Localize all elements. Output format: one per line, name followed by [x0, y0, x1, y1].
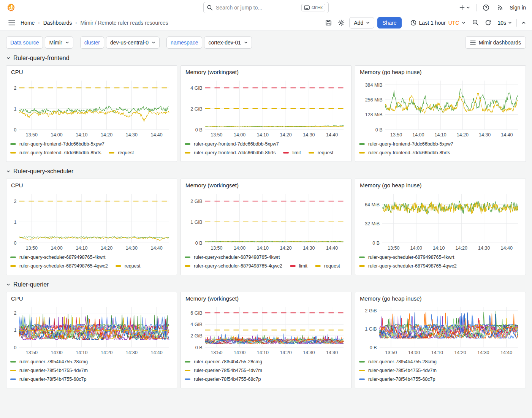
- chart-legend: ruler-query-frontend-7ddc66bdbb-5xpw7rul…: [185, 139, 347, 157]
- panel-title[interactable]: CPU: [10, 182, 173, 190]
- legend-series-swatch: [359, 361, 365, 363]
- legend-item[interactable]: ruler-query-scheduler-6879498765-4kwrt: [10, 255, 106, 260]
- svg-text:13:50: 13:50: [211, 350, 222, 355]
- legend-item[interactable]: ruler-querier-78f54b4755-28cmg: [185, 359, 262, 364]
- panel-title[interactable]: Memory (go heap inuse): [359, 68, 522, 77]
- panel-title[interactable]: Memory (go heap inuse): [359, 295, 522, 303]
- legend-item[interactable]: ruler-query-frontend-7ddc66bdbb-5xpw7: [185, 141, 279, 147]
- legend-item[interactable]: ruler-querier-78f54b4755-4dv7m: [185, 368, 262, 373]
- list-icon: [470, 40, 476, 45]
- breadcrumb-dashboards[interactable]: Dashboards: [43, 20, 72, 26]
- svg-text:14:40: 14:40: [150, 350, 162, 355]
- legend-item[interactable]: ruler-query-frontend-7ddc66bdbb-5xpw7: [10, 141, 104, 147]
- section-header-ruler-query-scheduler[interactable]: Ruler-query-scheduler: [0, 162, 532, 179]
- legend-series-swatch: [283, 152, 289, 154]
- variable-namespace-value[interactable]: cortex-dev-01: [204, 36, 252, 49]
- legend-item[interactable]: ruler-query-frontend-7ddc66bdbb-8hrts: [185, 150, 276, 155]
- new-menu-button[interactable]: [458, 3, 472, 12]
- svg-text:14:20: 14:20: [280, 245, 291, 251]
- refresh-button[interactable]: [483, 18, 493, 27]
- legend-row: ruler-query-scheduler-6879498765-4kwrt: [185, 253, 347, 261]
- svg-text:128 MiB: 128 MiB: [365, 112, 383, 117]
- legend-series-swatch: [185, 265, 190, 267]
- legend-item[interactable]: request: [109, 150, 134, 155]
- add-panel-button[interactable]: Add: [349, 17, 374, 28]
- sign-in-link[interactable]: Sign in: [510, 5, 526, 11]
- help-button[interactable]: [481, 3, 491, 13]
- time-series-chart[interactable]: 13:5014:0014:1014:2014:3014:400 B1 GiB2 …: [185, 190, 347, 252]
- dashboard-settings-button[interactable]: [336, 18, 346, 28]
- collapse-toolbar-button[interactable]: [520, 19, 527, 27]
- panel-title[interactable]: Memory (workingset): [185, 295, 347, 303]
- news-button[interactable]: [496, 3, 505, 12]
- grafana-logo[interactable]: [6, 3, 16, 13]
- svg-text:14:30: 14:30: [126, 350, 138, 355]
- legend-series-swatch: [359, 378, 365, 380]
- search-input[interactable]: [216, 5, 298, 11]
- panel-title[interactable]: Memory (workingset): [185, 182, 347, 190]
- legend-item[interactable]: ruler-query-scheduler-6879498765-4kwrt: [359, 255, 454, 260]
- legend-item[interactable]: ruler-query-scheduler-6879498765-4qwc2: [10, 263, 108, 269]
- mimir-dashboards-button[interactable]: Mimir dashboards: [465, 36, 526, 49]
- legend-item[interactable]: ruler-query-frontend-7ddc66bdbb-5xpw7: [359, 141, 453, 147]
- legend-item[interactable]: ruler-querier-78f54b4755-68c7p: [185, 377, 261, 382]
- legend-item[interactable]: ruler-query-scheduler-6879498765-4qwc2: [359, 263, 457, 269]
- panel-title[interactable]: CPU: [10, 68, 173, 77]
- svg-text:14:00: 14:00: [234, 350, 245, 355]
- variable-datasource-label[interactable]: Data source: [6, 36, 43, 49]
- share-button[interactable]: Share: [377, 17, 401, 28]
- legend-item[interactable]: ruler-querier-78f54b4755-68c7p: [10, 377, 87, 382]
- legend-item[interactable]: ruler-querier-78f54b4755-4dv7m: [10, 368, 88, 373]
- time-series-chart[interactable]: 13:5014:0014:1014:2014:3014:400 B2 GiB4 …: [185, 77, 347, 139]
- time-series-chart[interactable]: 13:5014:0014:1014:2014:3014:40012: [10, 190, 173, 252]
- legend-row: ruler-query-frontend-7ddc66bdbb-5xpw7: [359, 139, 522, 148]
- legend-row: ruler-querier-78f54b4755-4dv7m: [10, 366, 173, 375]
- svg-text:14:10: 14:10: [434, 132, 446, 138]
- variable-namespace-label[interactable]: namespace: [166, 36, 202, 49]
- panel-title[interactable]: CPU: [10, 295, 173, 303]
- legend-item[interactable]: ruler-querier-78f54b4755-28cmg: [10, 359, 88, 364]
- legend-item[interactable]: ruler-querier-78f54b4755-28cmg: [359, 359, 437, 364]
- legend-item[interactable]: limit: [283, 150, 301, 155]
- variable-datasource-value[interactable]: Mimir: [45, 36, 73, 49]
- panel-title[interactable]: Memory (workingset): [185, 68, 347, 77]
- chevron-down-icon: [152, 41, 155, 44]
- legend-item[interactable]: limit: [290, 263, 307, 269]
- legend-series-label: ruler-query-frontend-7ddc66bdbb-5xpw7: [19, 141, 104, 147]
- panel-title[interactable]: Memory (go heap inuse): [359, 182, 522, 190]
- variable-cluster-label[interactable]: cluster: [80, 36, 104, 49]
- variable-cluster-value[interactable]: dev-us-central-0: [106, 36, 160, 49]
- legend-item[interactable]: ruler-querier-78f54b4755-68c7p: [359, 377, 435, 382]
- svg-text:4 GiB: 4 GiB: [190, 322, 202, 327]
- breadcrumb-home[interactable]: Home: [21, 20, 35, 26]
- svg-text:14:30: 14:30: [126, 245, 138, 251]
- svg-text:14:40: 14:40: [501, 245, 513, 251]
- time-series-chart[interactable]: 13:5014:0014:1014:2014:3014:40012: [10, 303, 173, 356]
- time-series-chart[interactable]: 13:5014:0014:1014:2014:3014:400 B128 MiB…: [359, 77, 522, 139]
- legend-item[interactable]: ruler-query-scheduler-6879498765-4kwrt: [185, 255, 280, 260]
- time-series-chart[interactable]: 13:5014:0014:1014:2014:3014:400 B2 GiB4 …: [185, 303, 347, 356]
- time-range-picker[interactable]: Last 1 hour UTC: [408, 20, 468, 26]
- legend-item[interactable]: ruler-query-scheduler-6879498765-4qwc2: [185, 263, 282, 269]
- legend-item[interactable]: ruler-querier-78f54b4755-4dv7m: [359, 368, 437, 373]
- legend-item[interactable]: ruler-query-frontend-7ddc66bdbb-8hrts: [359, 150, 450, 155]
- chevron-down-icon: [466, 6, 470, 10]
- legend-item[interactable]: request: [309, 150, 334, 155]
- chart-legend: ruler-query-scheduler-6879498765-4kwrtru…: [10, 253, 173, 270]
- time-series-chart[interactable]: 13:5014:0014:1014:2014:3014:400 B1 GiB2 …: [359, 303, 522, 356]
- svg-text:14:10: 14:10: [433, 245, 445, 251]
- mega-menu-button[interactable]: [7, 19, 17, 27]
- search-bar[interactable]: ctrl+k: [203, 2, 329, 13]
- time-series-chart[interactable]: 13:5014:0014:1014:2014:3014:40012: [10, 77, 173, 139]
- save-dashboard-button[interactable]: [324, 18, 333, 27]
- legend-item[interactable]: request: [116, 263, 141, 269]
- refresh-interval-picker[interactable]: 10s: [496, 20, 513, 26]
- legend-item[interactable]: request: [315, 263, 340, 269]
- legend-series-label: ruler-querier-78f54b4755-68c7p: [19, 377, 87, 382]
- section-header-ruler-querier[interactable]: Ruler-querier: [0, 275, 532, 292]
- zoom-out-time-button[interactable]: [471, 18, 480, 27]
- legend-item[interactable]: ruler-query-frontend-7ddc66bdbb-8hrts: [10, 150, 101, 155]
- legend-row: ruler-query-frontend-7ddc66bdbb-5xpw7: [10, 139, 173, 148]
- time-series-chart[interactable]: 13:5014:0014:1014:2014:3014:400 B32 MiB6…: [359, 190, 522, 252]
- section-header-ruler-query-frontend[interactable]: Ruler-query-frontend: [0, 49, 532, 65]
